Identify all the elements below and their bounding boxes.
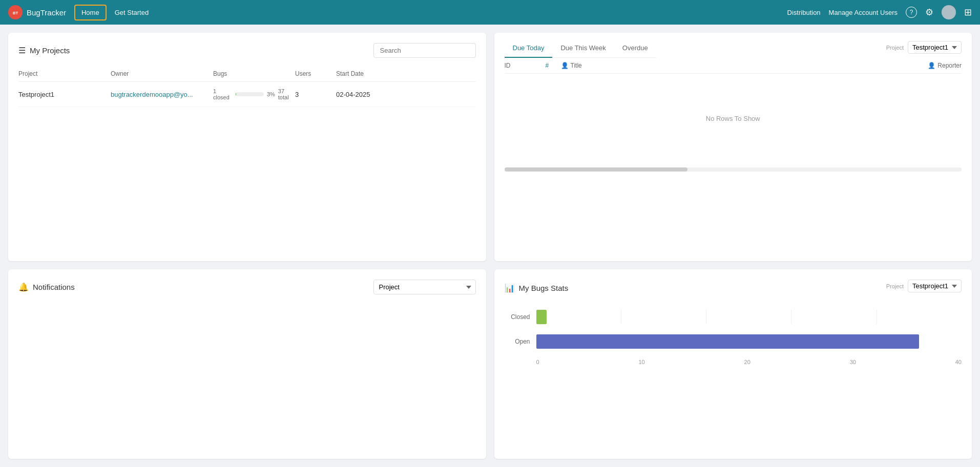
project-select-row: Project Testproject1 <box>886 41 962 54</box>
main-nav: Home Get Started <box>74 5 155 20</box>
due-table-header: ID # 👤 Title 👤 Reporter <box>505 58 962 74</box>
col-project: Project <box>18 66 111 82</box>
project-select-due[interactable]: Testproject1 <box>908 41 962 54</box>
projects-table: Project Owner Bugs Users Start Date Test… <box>18 66 476 107</box>
tab-due-today[interactable]: Due Today <box>505 39 553 58</box>
header-right: Distribution Manage Account Users ? ⚙ ⊞ <box>787 5 972 19</box>
closed-label: Closed <box>505 313 530 321</box>
notifications-title: 🔔 Notifications <box>18 282 75 292</box>
chart-row-closed: Closed <box>505 310 962 324</box>
my-projects-header: ☰ My Projects <box>18 43 476 58</box>
bugs-progress-bar <box>236 92 264 96</box>
x-label-30: 30 <box>850 359 856 365</box>
col-reporter-label: 👤 Reporter <box>900 62 962 69</box>
project-start-date: 02-04-2025 <box>336 82 476 107</box>
x-label-10: 10 <box>638 359 644 365</box>
open-bar <box>536 334 919 349</box>
closed-bar-container <box>536 310 962 324</box>
bell-icon: 🔔 <box>18 282 29 292</box>
svg-text:BT: BT <box>13 11 18 15</box>
my-projects-card: ☰ My Projects Project Owner Bugs Users S… <box>8 33 486 261</box>
bugs-project-select[interactable]: Testproject1 <box>908 280 962 292</box>
scrollbar-area-container <box>494 167 972 178</box>
bugs-chart: Closed Open <box>505 305 962 365</box>
project-name[interactable]: Testproject1 <box>18 82 111 107</box>
col-title-label: 👤 Title <box>561 62 901 69</box>
nav-get-started[interactable]: Get Started <box>109 6 155 19</box>
col-id-label: ID <box>505 62 546 69</box>
nav-home[interactable]: Home <box>74 5 107 20</box>
col-bugs: Bugs <box>213 66 295 82</box>
header: BT BugTracker Home Get Started Distribut… <box>0 0 980 25</box>
apps-icon[interactable]: ⊞ <box>964 7 972 18</box>
manage-account-users-link[interactable]: Manage Account Users <box>829 9 898 16</box>
x-label-0: 0 <box>536 359 539 365</box>
due-panel-card: Due Today Due This Week Overdue Project … <box>494 33 972 261</box>
reporter-icon: 👤 <box>928 62 935 69</box>
due-tabs: Due Today Due This Week Overdue <box>505 39 656 58</box>
logo-icon: BT <box>8 5 23 19</box>
search-input[interactable] <box>373 43 476 58</box>
x-axis-labels: 0 10 20 30 40 <box>536 359 962 365</box>
col-start-date: Start Date <box>336 66 476 82</box>
tab-due-this-week[interactable]: Due This Week <box>552 39 614 58</box>
chart-icon: 📊 <box>505 283 515 293</box>
due-panel-top: Due Today Due This Week Overdue Project … <box>494 33 972 58</box>
open-bar-container <box>536 334 962 349</box>
no-rows-message: No Rows To Show <box>505 74 962 163</box>
chart-row-open: Open <box>505 334 962 349</box>
brand-name: BugTracker <box>27 8 66 17</box>
avatar[interactable] <box>942 5 956 19</box>
notifications-project-select[interactable]: Project <box>373 280 476 294</box>
menu-icon: ☰ <box>18 46 26 55</box>
title-icon: 👤 <box>561 62 569 69</box>
bugs-project-row: Project Testproject1 <box>886 280 962 292</box>
col-users: Users <box>295 66 336 82</box>
due-panel-body: ID # 👤 Title 👤 Reporter No Rows To Show <box>494 58 972 163</box>
help-icon[interactable]: ? <box>906 7 917 18</box>
closed-bar <box>536 310 547 324</box>
x-label-40: 40 <box>955 359 962 365</box>
project-bugs: 1 closed 3% 37 total <box>213 82 295 107</box>
col-owner: Owner <box>111 66 213 82</box>
notifications-card: 🔔 Notifications Project <box>8 269 486 459</box>
project-owner: bugtrackerdemooapp@yo... <box>111 82 213 107</box>
col-hash-label: # <box>546 62 561 69</box>
tab-overdue[interactable]: Overdue <box>614 39 656 58</box>
x-label-20: 20 <box>744 359 750 365</box>
settings-icon[interactable]: ⚙ <box>925 7 933 18</box>
project-users: 3 <box>295 82 336 107</box>
my-projects-title: ☰ My Projects <box>18 46 70 55</box>
bugs-stats-title: 📊 My Bugs Stats <box>505 283 569 293</box>
distribution-link[interactable]: Distribution <box>787 9 821 16</box>
bugs-stats-card: 📊 My Bugs Stats Project Testproject1 Clo… <box>494 269 972 459</box>
main-content: ☰ My Projects Project Owner Bugs Users S… <box>0 25 980 467</box>
bugs-stats-header: 📊 My Bugs Stats Project Testproject1 <box>505 280 962 296</box>
notifications-header: 🔔 Notifications Project <box>18 280 476 294</box>
table-row: Testproject1 bugtrackerdemooapp@yo... 1 … <box>18 82 476 107</box>
horizontal-scrollbar[interactable] <box>505 167 962 172</box>
open-label: Open <box>505 338 530 345</box>
